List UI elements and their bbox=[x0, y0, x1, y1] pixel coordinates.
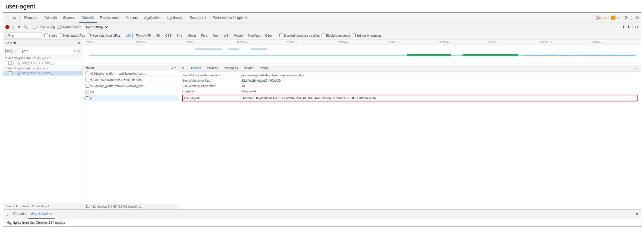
search-found-label: Found 2 matching li... bbox=[23, 205, 52, 208]
filter-btn-media[interactable]: Media bbox=[185, 33, 198, 38]
record-button[interactable] bbox=[5, 25, 9, 29]
network-group-2: ▼ live.douyin.com/ live.douyin.co... 1 .… bbox=[3, 66, 83, 76]
list-item[interactable]: list bbox=[83, 89, 179, 95]
group-2-host: live.douyin.com/ bbox=[8, 66, 31, 70]
tab-sources[interactable]: Sources bbox=[60, 13, 78, 23]
ruler-mark-110000: 110000 ms bbox=[589, 41, 640, 44]
search-panel-header: Search ✕ bbox=[3, 40, 83, 47]
filter-btn-ws[interactable]: WS bbox=[221, 33, 231, 38]
details-tab-payload[interactable]: Payload bbox=[204, 65, 221, 71]
clear-button[interactable]: ⊘ bbox=[12, 25, 15, 29]
error-badge[interactable]: 🚫 1 bbox=[595, 15, 602, 20]
tab-application[interactable]: Application bbox=[141, 13, 163, 23]
filter-icon[interactable]: ▼ bbox=[17, 25, 21, 29]
filter-btn-img[interactable]: Img bbox=[175, 33, 184, 38]
details-tab-headers[interactable]: Headers bbox=[187, 65, 204, 71]
bottom-dots-icon[interactable]: ⋮ bbox=[5, 212, 9, 216]
warning-icon: ⚠ bbox=[604, 15, 607, 20]
bottom-tab-console[interactable]: Console bbox=[11, 209, 28, 219]
filter-btn-all[interactable]: All bbox=[125, 33, 133, 38]
settings-icon[interactable]: ⚙ bbox=[624, 15, 628, 20]
ruler-mark-20000: 20000 ms bbox=[135, 41, 185, 44]
details-content: Sec-Websocket-Extensions: permessage-def… bbox=[179, 72, 641, 209]
third-party-checkbox[interactable]: 3rd-party requests bbox=[352, 34, 382, 37]
detail-value-sec-key: 8S2YntJdmvbLatO+YDkJ0Q== bbox=[241, 79, 638, 82]
search-status-bar: Search fi... Found 2 matching li... bbox=[3, 203, 83, 209]
list-item[interactable]: v2?aid=6383&fpid=9&device_id=969... bbox=[83, 77, 179, 83]
search-fi-label: Search fi... bbox=[5, 205, 20, 208]
download-icon[interactable]: ⬇ bbox=[627, 25, 630, 29]
network-group-1-subrow[interactable]: 1 ...[{"user":{"id":111111,"short_i... bbox=[3, 61, 83, 65]
network-list-panel: Name ▲▼ v2?device_platform=web&version_c… bbox=[83, 65, 179, 209]
timeline-area: 10000 ms 20000 ms 30000 ms 40000 ms 5000… bbox=[83, 40, 641, 65]
device-icon[interactable]: ▭ bbox=[12, 15, 18, 21]
filter-input[interactable] bbox=[5, 32, 42, 39]
devtools-container: ⊹ ▭ Elements Console Sources Network Per… bbox=[3, 12, 641, 227]
tab-performance[interactable]: Performance bbox=[97, 13, 122, 23]
details-scrollbar-up[interactable]: ▲ bbox=[635, 67, 638, 70]
network-settings-icon[interactable]: ⚙ bbox=[635, 25, 639, 29]
blocked-response-cookies-checkbox[interactable]: Blocked response cookies bbox=[279, 34, 320, 37]
upload-icon[interactable]: ⬆ bbox=[622, 25, 625, 29]
ruler-mark-100000: 100000 ms bbox=[539, 41, 589, 44]
filter-btn-other[interactable]: Other bbox=[263, 33, 275, 38]
search-input-row: Aa .* ↻ ⊘ bbox=[3, 47, 83, 55]
filter-btn-font[interactable]: Font bbox=[199, 33, 210, 38]
network-group-2-subrow[interactable]: 1 ...[{"user":{"id":111111,"short_i... bbox=[3, 71, 83, 76]
tab-recorder[interactable]: Recorder ⚗ bbox=[187, 13, 209, 23]
tab-network[interactable]: Network bbox=[79, 13, 97, 23]
timeline-track-2 bbox=[83, 53, 641, 59]
details-close-icon[interactable]: ✕ bbox=[181, 66, 185, 70]
details-tab-initiator[interactable]: Initiator bbox=[241, 65, 256, 71]
hide-data-urls-checkbox[interactable]: Hide data URLs bbox=[59, 34, 85, 37]
hide-extension-urls-checkbox[interactable]: Hide extension URLs bbox=[87, 34, 120, 37]
network-group-2-header[interactable]: ▼ live.douyin.com/ live.douyin.co... bbox=[3, 66, 83, 71]
search-panel-close-icon[interactable]: ✕ bbox=[77, 41, 81, 45]
refresh-search-icon[interactable]: ↻ bbox=[73, 49, 77, 53]
info-badge[interactable]: 🟧 13 bbox=[611, 15, 620, 20]
search-input[interactable] bbox=[19, 48, 72, 54]
tab-performance-insights[interactable]: Performance insights ⚗ bbox=[210, 13, 250, 23]
warning-badge[interactable]: ⚠ 8 bbox=[604, 15, 609, 20]
ruler-mark-10000: 10000 ms bbox=[84, 41, 135, 44]
regex-button[interactable]: .* bbox=[13, 49, 18, 53]
preserve-log-checkbox[interactable]: Preserve log bbox=[33, 25, 55, 29]
search-panel-title: Search bbox=[5, 41, 76, 45]
details-tab-timing[interactable]: Timing bbox=[257, 65, 271, 71]
filter-btn-css[interactable]: CSS bbox=[163, 33, 174, 38]
tab-elements[interactable]: Elements bbox=[21, 13, 41, 23]
aa-button[interactable]: Aa bbox=[5, 49, 12, 53]
filter-btn-fetch-xhr[interactable]: Fetch/XHR bbox=[134, 33, 153, 38]
clear-search-icon[interactable]: ⊘ bbox=[78, 49, 81, 53]
bottom-tab-whats-new-close[interactable]: ✕ bbox=[50, 212, 52, 216]
list-item[interactable]: li... bbox=[83, 95, 179, 101]
filter-btn-js[interactable]: JS bbox=[154, 33, 162, 38]
filter-btn-doc[interactable]: Doc bbox=[210, 33, 221, 38]
invert-checkbox[interactable]: Invert bbox=[44, 34, 57, 37]
detail-key-sec-ver: Sec-Websocket-Version: bbox=[182, 84, 241, 88]
detail-row-upgrade: Upgrade: websocket bbox=[182, 89, 638, 94]
throttle-select[interactable]: No throttling bbox=[84, 25, 109, 30]
list-item[interactable]: v2?device_platform=web&version_cod... bbox=[83, 83, 179, 89]
list-item[interactable]: v2?device_platform=web&version_cod... bbox=[83, 70, 179, 77]
detail-key-sec-ext: Sec-Websocket-Extensions: bbox=[182, 74, 241, 77]
tab-memory[interactable]: Memory bbox=[123, 13, 141, 23]
filter-btn-manifest[interactable]: Manifest bbox=[246, 33, 262, 38]
detail-row-sec-ver: Sec-Websocket-Version: 13 bbox=[182, 83, 638, 89]
filter-btn-wasm[interactable]: Wasm bbox=[232, 33, 245, 38]
disable-cache-checkbox[interactable]: Disable cache bbox=[57, 25, 81, 29]
network-list-items: v2?device_platform=web&version_cod... v2… bbox=[83, 70, 179, 204]
bottom-close-icon[interactable]: ✕ bbox=[635, 212, 639, 216]
chevron-down-icon-2: ▼ bbox=[5, 67, 7, 70]
more-icon[interactable]: ⋮ bbox=[630, 15, 634, 20]
details-tab-messages[interactable]: Messages bbox=[221, 65, 241, 71]
close-devtools-icon[interactable]: ✕ bbox=[636, 15, 639, 20]
network-group-1-header[interactable]: ▼ live.douyin.com/ live.douyin.co... bbox=[3, 55, 83, 61]
tab-lighthouse[interactable]: Lighthouse bbox=[164, 13, 186, 23]
blocked-requests-checkbox[interactable]: Blocked requests bbox=[322, 34, 350, 37]
bottom-tab-whats-new[interactable]: What's New ✕ bbox=[28, 209, 55, 219]
search-button[interactable]: 🔍 bbox=[23, 25, 28, 29]
inspect-icon[interactable]: ⊹ bbox=[5, 15, 11, 21]
tab-console[interactable]: Console bbox=[42, 13, 60, 23]
ruler-mark-50000: 50000 ms bbox=[286, 41, 337, 44]
